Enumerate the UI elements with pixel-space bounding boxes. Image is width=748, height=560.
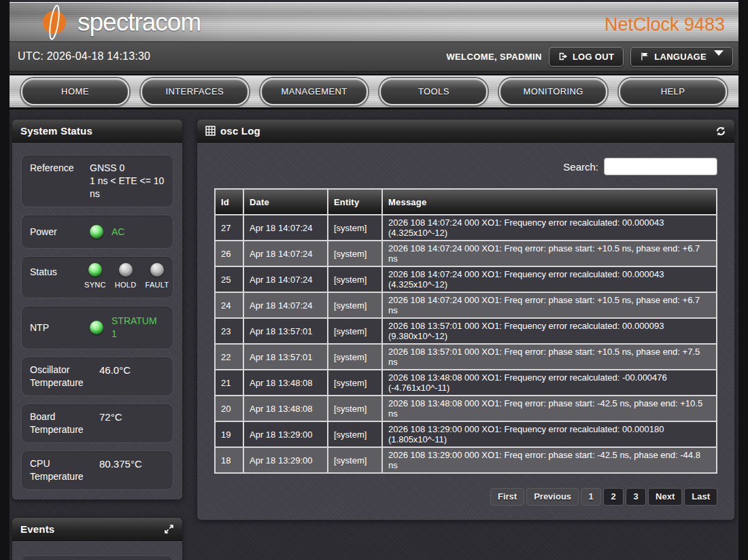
table-row: 23Apr 18 13:57:01[system]2026 108 13:57:… (215, 318, 717, 344)
table-grid-icon (205, 126, 216, 136)
cell-id: 25 (215, 266, 243, 292)
table-row: 19Apr 18 13:29:00[system]2026 108 13:29:… (215, 421, 717, 447)
reference-box: Reference GNSS 0 1 ns < ETE <= 10 ns (21, 155, 173, 207)
nav-button-help[interactable]: HELP (619, 78, 727, 105)
cell-id: 20 (215, 396, 243, 421)
search-row: Search: (214, 158, 717, 175)
temperature-value: 72°C (90, 410, 122, 436)
led-label: HOLD (115, 279, 137, 292)
logout-icon (558, 52, 568, 61)
page-button-2[interactable]: 2 (603, 488, 624, 506)
system-status-panel: System Status Reference GNSS 0 1 ns < ET… (12, 120, 182, 500)
logout-button[interactable]: LOG OUT (549, 47, 624, 67)
sync-led-icon (88, 263, 102, 277)
power-led-icon (90, 225, 103, 239)
table-row: 26Apr 18 14:07:24[system]2026 108 14:07:… (215, 241, 717, 266)
column-header-id: Id (215, 189, 243, 215)
nav-button-tools[interactable]: TOOLS (379, 78, 488, 105)
cell-entity: [system] (328, 241, 382, 266)
status-label: Status (30, 263, 79, 292)
logout-label: LOG OUT (573, 52, 614, 62)
cell-entity: [system] (328, 215, 382, 241)
cell-entity: [system] (328, 370, 382, 396)
nav-button-home[interactable]: HOME (21, 78, 129, 105)
reference-value: GNSS 0 (90, 162, 165, 175)
reference-value-block: GNSS 0 1 ns < ETE <= 10 ns (90, 162, 165, 200)
ntp-box: NTP STRATUM 1 (21, 306, 173, 349)
cell-date: Apr 18 13:48:08 (243, 396, 328, 421)
welcome-text: WELCOME, SPADMIN (446, 52, 542, 62)
flag-icon (640, 52, 649, 61)
page-button-next[interactable]: Next (648, 488, 682, 506)
chevron-down-icon (714, 50, 724, 56)
cell-id: 26 (215, 241, 243, 266)
cell-id: 22 (215, 344, 243, 370)
product-name: NetClock 9483 (605, 14, 725, 35)
osc-log-body: Search: IdDateEntityMessage 27Apr 18 14:… (197, 143, 734, 520)
table-row: 21Apr 18 13:48:08[system]2026 108 13:48:… (215, 370, 717, 396)
power-value: AC (112, 226, 124, 239)
log-table: IdDateEntityMessage 27Apr 18 14:07:24[sy… (214, 188, 717, 474)
nav-button-management[interactable]: MANAGEMENT (260, 78, 369, 105)
page-button-last[interactable]: Last (684, 488, 717, 506)
osc-log-title: osc Log (220, 125, 260, 137)
cell-message: 2026 108 13:29:00 000 XO1: Frequency err… (382, 421, 717, 447)
power-box: Power AC (21, 215, 173, 249)
cell-date: Apr 18 14:07:24 (243, 241, 328, 266)
expand-icon[interactable] (164, 524, 174, 534)
ntp-label: NTP (30, 321, 90, 334)
led-label: FAULT (146, 279, 169, 292)
events-list: Frequency Error Cleared1 hour, 8 minutes… (21, 555, 173, 560)
cell-date: Apr 18 13:29:00 (243, 447, 328, 473)
utc-bar: UTC: 2026-04-18 14:13:30 WELCOME, SPADMI… (10, 42, 738, 72)
status-box: Status SYNCHOLDFAULT (21, 256, 173, 298)
cell-id: 19 (215, 421, 243, 447)
osc-log-panel: osc Log Search: IdD (197, 120, 734, 520)
nav-button-interfaces[interactable]: INTERFACES (141, 78, 249, 105)
refresh-icon[interactable] (715, 126, 726, 137)
language-button[interactable]: LANGUAGE (630, 47, 733, 67)
power-indicator: AC (90, 225, 124, 239)
temperature-box: CPU Temperature80.375°C (21, 451, 173, 490)
search-input[interactable] (604, 158, 717, 175)
cell-entity: [system] (328, 266, 382, 292)
temperature-list: Oscillator Temperature46.0°CBoard Temper… (21, 357, 173, 490)
page-button-first[interactable]: First (490, 488, 524, 506)
cell-message: 2026 108 13:57:01 000 XO1: Frequency err… (382, 318, 717, 344)
osc-log-header: osc Log (197, 120, 734, 143)
content-area: System Status Reference GNSS 0 1 ns < ET… (10, 109, 738, 560)
events-header: Events (12, 518, 182, 541)
cell-id: 23 (215, 318, 243, 344)
temperature-label: Board Temperature (30, 410, 90, 436)
cell-date: Apr 18 13:29:00 (243, 421, 328, 447)
cell-date: Apr 18 14:07:24 (243, 215, 328, 241)
cell-message: 2026 108 13:48:08 000 XO1: Frequency err… (382, 370, 717, 396)
hold-led-icon (119, 263, 133, 277)
column-header-date: Date (243, 189, 328, 215)
status-led-sync: SYNC (84, 263, 106, 292)
nav-button-monitoring[interactable]: MONITORING (499, 78, 607, 105)
cell-id: 27 (215, 215, 243, 241)
events-body: Frequency Error Cleared1 hour, 8 minutes… (12, 541, 182, 560)
status-led-fault: FAULT (146, 263, 169, 292)
table-row: 27Apr 18 14:07:24[system]2026 108 14:07:… (215, 215, 717, 241)
cell-message: 2026 108 14:07:24 000 XO1: Freq error: p… (382, 241, 717, 266)
page-button-1[interactable]: 1 (581, 488, 601, 506)
main-nav: HOMEINTERFACESMANAGEMENTTOOLSMONITORINGH… (10, 74, 738, 109)
log-table-body: 27Apr 18 14:07:24[system]2026 108 14:07:… (215, 215, 717, 473)
page-button-3[interactable]: 3 (626, 488, 646, 506)
table-row: 18Apr 18 13:29:00[system]2026 108 13:29:… (215, 447, 717, 473)
fault-led-icon (150, 263, 164, 277)
search-label: Search: (563, 161, 598, 173)
cell-date: Apr 18 13:48:08 (243, 370, 328, 396)
cell-id: 21 (215, 370, 243, 396)
table-row: 20Apr 18 13:48:08[system]2026 108 13:48:… (215, 396, 717, 421)
page-background: spectracom NetClock 9483 UTC: 2026-04-18… (10, 0, 738, 560)
sidebar: System Status Reference GNSS 0 1 ns < ET… (12, 120, 182, 560)
language-label: LANGUAGE (654, 52, 707, 62)
page-button-previous[interactable]: Previous (526, 488, 579, 506)
temperature-label: Oscillator Temperature (30, 364, 90, 389)
status-led-group: SYNCHOLDFAULT (84, 263, 169, 292)
cell-entity: [system] (328, 421, 382, 447)
main-column: osc Log Search: IdD (197, 120, 734, 560)
